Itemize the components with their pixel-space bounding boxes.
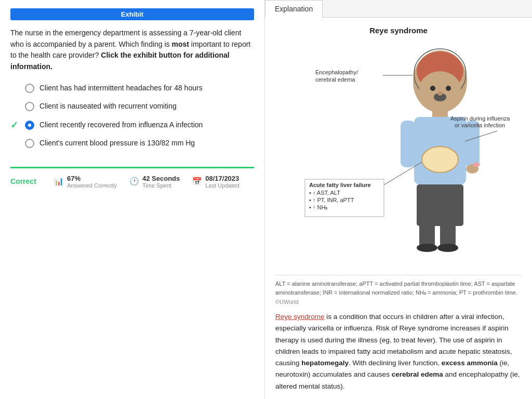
svg-text:Encephalopathy/: Encephalopathy/ bbox=[315, 69, 358, 75]
svg-point-7 bbox=[437, 91, 443, 96]
svg-rect-15 bbox=[419, 221, 435, 247]
excess-ammonia-bold: excess ammonia bbox=[442, 359, 498, 367]
cerebral-edema-bold: cerebral edema bbox=[392, 370, 443, 378]
tab-bar: Explanation bbox=[265, 0, 532, 18]
check-2 bbox=[10, 101, 20, 112]
svg-rect-13 bbox=[401, 121, 415, 167]
percent-value: 67% bbox=[67, 175, 81, 182]
answered-correctly-stat: 📊 67% Answered Correctly bbox=[54, 175, 117, 189]
radio-2[interactable] bbox=[25, 102, 34, 111]
svg-point-19 bbox=[422, 147, 458, 172]
stats-bar: Correct 📊 67% Answered Correctly 🕐 42 Se… bbox=[10, 167, 254, 189]
radio-3[interactable] bbox=[25, 121, 34, 130]
explanation-content: Reye syndrome bbox=[265, 18, 532, 399]
explanation-p1-after: . With declining liver function, bbox=[349, 359, 442, 367]
svg-point-5 bbox=[430, 86, 435, 91]
explanation-paragraph-1: Reye syndrome is a condition that occurs… bbox=[275, 311, 522, 392]
explanation-tab[interactable]: Explanation bbox=[265, 0, 323, 18]
result-label: Correct bbox=[10, 177, 42, 185]
last-updated-stat: 📅 08/17/2023 Last Updated bbox=[192, 175, 239, 189]
diagram-section: Reye syndrome bbox=[275, 26, 522, 269]
right-panel: Explanation Reye syndrome bbox=[265, 0, 532, 399]
svg-text:• ↑ NH₃: • ↑ NH₃ bbox=[309, 204, 327, 210]
hepatomegaly-bold: hepatomegaly bbox=[301, 359, 349, 367]
svg-point-12 bbox=[473, 163, 480, 167]
svg-point-17 bbox=[417, 244, 437, 252]
option-1[interactable]: Client has had intermittent headaches fo… bbox=[10, 83, 254, 94]
option-4[interactable]: Client's current blood pressure is 130/8… bbox=[10, 138, 254, 149]
time-label: Time Spent bbox=[142, 182, 180, 189]
svg-point-6 bbox=[446, 86, 451, 91]
svg-text:or varicella infection: or varicella infection bbox=[455, 122, 505, 128]
reye-link[interactable]: Reye syndrome bbox=[275, 313, 325, 321]
svg-point-18 bbox=[437, 244, 458, 252]
percent-label: Answered Correctly bbox=[67, 182, 117, 189]
chart-icon: 📊 bbox=[54, 177, 64, 186]
time-value: 42 Seconds bbox=[142, 175, 180, 182]
option-3[interactable]: ✓ Client recently recovered from influen… bbox=[10, 119, 254, 131]
date-label: Last Updated bbox=[205, 182, 239, 189]
reye-diagram: Encephalopathy/ cerebral edema Aspirin d… bbox=[279, 40, 518, 269]
date-value: 08/17/2023 bbox=[205, 175, 239, 182]
option-2[interactable]: Client is nauseated with recurrent vomit… bbox=[10, 101, 254, 112]
svg-text:• ↑ AST, ALT: • ↑ AST, ALT bbox=[309, 190, 340, 196]
diagram-title: Reye syndrome bbox=[275, 26, 522, 35]
radio-4[interactable] bbox=[25, 139, 34, 148]
copyright-note: ©UWorld bbox=[275, 299, 522, 305]
clock-icon: 🕐 bbox=[129, 177, 139, 186]
radio-1[interactable] bbox=[25, 84, 34, 93]
check-3: ✓ bbox=[10, 119, 20, 131]
svg-text:Aspirin during influenza: Aspirin during influenza bbox=[450, 115, 510, 122]
abbreviation-note: ALT = alanine aminotransferase; aPTT = a… bbox=[275, 275, 522, 297]
option-2-text: Client is nauseated with recurrent vomit… bbox=[39, 101, 177, 112]
svg-text:• ↑ PT, INR, aPTT: • ↑ PT, INR, aPTT bbox=[309, 197, 354, 203]
option-4-text: Client's current blood pressure is 130/8… bbox=[39, 138, 195, 149]
left-panel: Exhibit The nurse in the emergency depar… bbox=[0, 0, 265, 399]
option-1-text: Client has had intermittent headaches fo… bbox=[39, 83, 203, 94]
check-4 bbox=[10, 138, 20, 149]
svg-rect-16 bbox=[440, 221, 456, 247]
svg-rect-8 bbox=[432, 108, 448, 118]
svg-rect-14 bbox=[417, 184, 463, 226]
time-spent-stat: 🕐 42 Seconds Time Spent bbox=[129, 175, 180, 189]
option-3-text: Client recently recovered from influenza… bbox=[39, 120, 203, 130]
check-1 bbox=[10, 83, 20, 94]
options-list: Client has had intermittent headaches fo… bbox=[10, 83, 254, 156]
question-text: The nurse in the emergency department is… bbox=[10, 28, 254, 73]
calendar-icon: 📅 bbox=[192, 177, 202, 186]
svg-point-3 bbox=[419, 71, 461, 108]
svg-text:cerebral edema: cerebral edema bbox=[315, 76, 355, 83]
svg-text:Acute fatty liver failure: Acute fatty liver failure bbox=[309, 182, 371, 188]
exhibit-button[interactable]: Exhibit bbox=[10, 8, 254, 20]
